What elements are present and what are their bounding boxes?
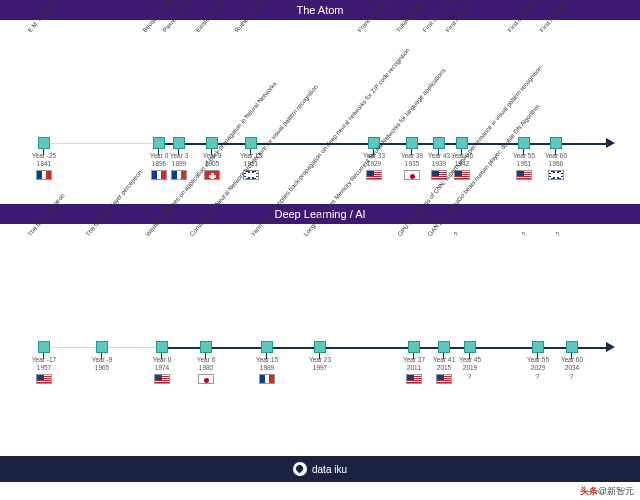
event-marker (550, 137, 562, 149)
event-year: Year 602034 (554, 356, 590, 372)
event-marker (96, 341, 108, 353)
event-3: Einstein formulates mass energy equivale… (206, 20, 218, 30)
event-marker (532, 341, 544, 353)
event-5: Franco Rasetti studies spinYear 331929 (368, 20, 380, 30)
event-3: Convolutional Neural Network architectur… (200, 224, 212, 234)
event-0: The first perceptronYear -171957 (38, 224, 50, 234)
event-year: Year -171957 (26, 356, 62, 372)
timeline-ai: The first perceptronYear -171957The firs… (8, 224, 632, 408)
flag-jp-icon (198, 374, 214, 384)
title-atom: The Atom (0, 0, 640, 20)
timeline-atom: E.M. Péligot isolates a sample of uraniu… (8, 20, 632, 204)
event-7: GAN | RL: AlphaGo beats human player; do… (438, 224, 450, 234)
footer-bar: data iku (0, 456, 640, 482)
event-6: Yukawa postulates strong Nuclear forceYe… (406, 20, 418, 30)
event-marker (173, 137, 185, 149)
dataiku-logo-icon (293, 462, 307, 476)
event-marker (200, 341, 212, 353)
flag-us-icon (516, 170, 532, 180)
question-mark-icon: ? (467, 372, 471, 381)
event-marker (433, 137, 445, 149)
event-year: Year 601956 (538, 152, 574, 168)
flag-ch-icon (204, 170, 220, 180)
flag-fr-icon (259, 374, 275, 384)
event-year: Year -91965 (84, 356, 120, 372)
question-mark-icon: ? (535, 372, 539, 381)
flag-us-icon (36, 374, 52, 384)
flag-us-icon (436, 374, 452, 384)
event-year: Year 61980 (188, 356, 224, 372)
credit-suffix: @新智元 (598, 486, 634, 496)
event-4: Rutherford provides the first atom nucle… (245, 20, 257, 30)
event-9: First electricity generated by a nuclear… (518, 20, 530, 30)
event-marker (464, 341, 476, 353)
footer-brand: data iku (312, 464, 347, 475)
event-marker (261, 341, 273, 353)
event-year: Year 01974 (144, 356, 180, 372)
flag-fr-icon (151, 170, 167, 180)
credit-text: 头条@新智元 (580, 485, 634, 498)
flag-jp-icon (404, 170, 420, 180)
axis-faint (44, 143, 153, 144)
event-year: Year 552029 (520, 356, 556, 372)
flag-us-icon (406, 374, 422, 384)
question-mark-icon: ? (569, 372, 573, 381)
event-8: First research nuclear reactorYear 46194… (456, 20, 468, 30)
event-year: Year 231997 (302, 356, 338, 372)
event-marker (314, 341, 326, 353)
event-marker (156, 341, 168, 353)
event-marker (438, 341, 450, 353)
event-10: First full-scale Nuclear power reactorYe… (550, 20, 562, 30)
flag-us-icon (366, 170, 382, 180)
event-marker (38, 341, 50, 353)
flag-fr-icon (36, 170, 52, 180)
event-year: Year 151989 (249, 356, 285, 372)
event-marker (406, 137, 418, 149)
event-year: Year 452019 (452, 356, 488, 372)
event-marker (408, 341, 420, 353)
credit-prefix: 头条 (580, 486, 598, 496)
event-marker (38, 137, 50, 149)
flag-uk-icon (548, 170, 564, 180)
event-year: Year 31899 (161, 152, 197, 168)
axis-arrow-icon (606, 342, 615, 352)
flag-fr-icon (171, 170, 187, 180)
flag-us-icon (154, 374, 170, 384)
event-marker (566, 341, 578, 353)
event-year: Year -251841 (26, 152, 62, 168)
event-6: GPU implements of CNN; superhuman perfor… (408, 224, 420, 234)
event-marker (245, 137, 257, 149)
event-2: Werbos publishes on application of back-… (156, 224, 168, 234)
